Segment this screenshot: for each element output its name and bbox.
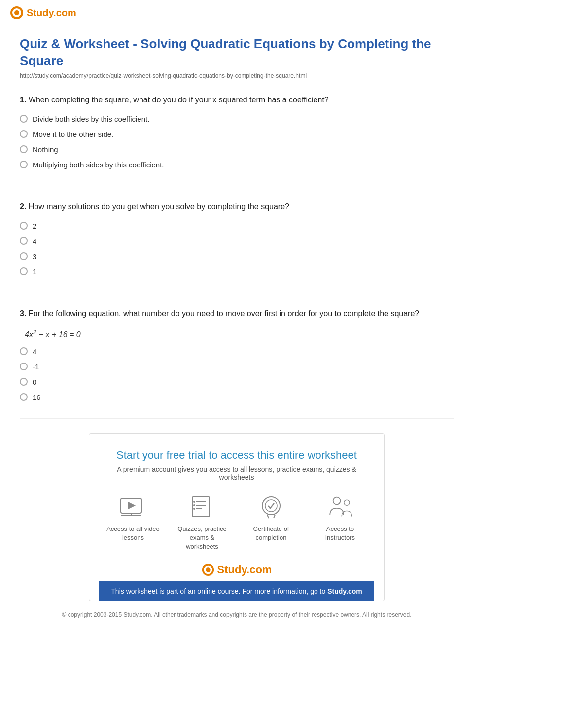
radio-icon[interactable] <box>20 252 28 260</box>
promo-feature-quizzes: Quizzes, practice exams & worksheets <box>175 494 229 552</box>
certificate-icon <box>256 494 286 521</box>
logo-text: Study.com <box>27 7 76 19</box>
question-3-answer-3[interactable]: 0 <box>20 378 454 386</box>
svg-point-22 <box>206 568 210 572</box>
question-2-block: 2. How many solutions do you get when yo… <box>20 201 454 293</box>
radio-icon[interactable] <box>20 222 28 230</box>
question-3-block: 3. For the following equation, what numb… <box>20 308 454 419</box>
svg-point-18 <box>333 497 341 505</box>
answer-label: 4 <box>33 347 36 356</box>
promo-box: Start your free trial to access this ent… <box>89 433 385 602</box>
copyright: © copyright 2003-2015 Study.com. All oth… <box>20 611 454 633</box>
answer-label: -1 <box>33 363 39 371</box>
answer-label: Move it to the other side. <box>33 130 113 138</box>
radio-icon[interactable] <box>20 363 28 370</box>
svg-line-17 <box>274 515 275 518</box>
answer-label: Multiplying both sides by this coefficie… <box>33 161 164 169</box>
question-1-answer-4[interactable]: Multiplying both sides by this coefficie… <box>20 161 454 169</box>
svg-point-13 <box>193 508 195 510</box>
radio-icon[interactable] <box>20 115 28 123</box>
header: Study.com <box>0 0 562 26</box>
promo-feature-video: Access to all video lessons <box>106 494 160 552</box>
page-title: Quiz & Worksheet - Solving Quadratic Equ… <box>20 36 454 69</box>
radio-icon[interactable] <box>20 237 28 245</box>
question-3-answer-4[interactable]: 16 <box>20 393 454 401</box>
question-2-answer-4[interactable]: 1 <box>20 267 454 276</box>
question-1-answer-2[interactable]: Move it to the other side. <box>20 130 454 138</box>
main-content: Quiz & Worksheet - Solving Quadratic Equ… <box>0 26 473 643</box>
answer-label: 16 <box>33 393 41 401</box>
radio-icon[interactable] <box>20 267 28 275</box>
question-2-answer-2[interactable]: 4 <box>20 237 454 245</box>
svg-line-16 <box>267 515 269 518</box>
list-icon <box>187 494 217 521</box>
svg-point-2 <box>14 10 19 15</box>
question-1-block: 1. When completing the square, what do y… <box>20 94 454 186</box>
question-1-answer-3[interactable]: Nothing <box>20 145 454 154</box>
question-3-text: 3. For the following equation, what numb… <box>20 308 454 320</box>
question-2-answer-1[interactable]: 2 <box>20 222 454 230</box>
radio-icon[interactable] <box>20 378 28 386</box>
feature-label-certificate: Certificate of completion <box>244 525 298 542</box>
radio-icon[interactable] <box>20 347 28 355</box>
question-3-answer-1[interactable]: 4 <box>20 347 454 356</box>
promo-features: Access to all video lessons Quizzes, pr <box>99 494 374 552</box>
feature-label-instructors: Access to instructors <box>313 525 367 542</box>
promo-feature-instructors: Access to instructors <box>313 494 367 552</box>
answer-label: 4 <box>33 237 36 245</box>
radio-icon[interactable] <box>20 393 28 401</box>
question-1-answer-1[interactable]: Divide both sides by this coefficient. <box>20 115 454 123</box>
question-1-text: 1. When completing the square, what do y… <box>20 94 454 106</box>
svg-point-15 <box>265 500 277 512</box>
answer-label: 0 <box>33 378 36 386</box>
question-3-answer-2[interactable]: -1 <box>20 363 454 371</box>
question-2-text: 2. How many solutions do you get when yo… <box>20 201 454 213</box>
page-url: http://study.com/academy/practice/quiz-w… <box>20 72 454 79</box>
promo-feature-certificate: Certificate of completion <box>244 494 298 552</box>
answer-label: 2 <box>33 222 36 230</box>
answer-label: 3 <box>33 252 36 261</box>
promo-logo: Study.com <box>99 563 374 576</box>
instructor-icon <box>325 494 355 521</box>
svg-rect-7 <box>192 497 210 517</box>
answer-label: 1 <box>33 267 36 276</box>
svg-point-19 <box>344 500 350 505</box>
promo-title: Start your free trial to access this ent… <box>99 449 374 462</box>
radio-icon[interactable] <box>20 130 28 138</box>
answer-label: Divide both sides by this coefficient. <box>33 115 149 123</box>
promo-footer-link[interactable]: Study.com <box>327 587 362 595</box>
radio-icon[interactable] <box>20 145 28 153</box>
promo-footer: This worksheet is part of an online cour… <box>99 581 374 601</box>
equation: 4x2 − x + 16 = 0 <box>25 329 454 339</box>
radio-icon[interactable] <box>20 161 28 168</box>
feature-label-video: Access to all video lessons <box>106 525 160 542</box>
feature-label-quizzes: Quizzes, practice exams & worksheets <box>175 525 229 552</box>
svg-marker-4 <box>128 502 136 509</box>
question-2-answer-3[interactable]: 3 <box>20 252 454 261</box>
svg-point-11 <box>193 501 195 503</box>
video-icon <box>118 494 148 521</box>
svg-point-12 <box>193 504 195 506</box>
answer-label: Nothing <box>33 145 58 154</box>
promo-subtitle: A premium account gives you access to al… <box>99 465 374 481</box>
logo[interactable]: Study.com <box>10 6 76 20</box>
logo-icon <box>10 6 24 20</box>
